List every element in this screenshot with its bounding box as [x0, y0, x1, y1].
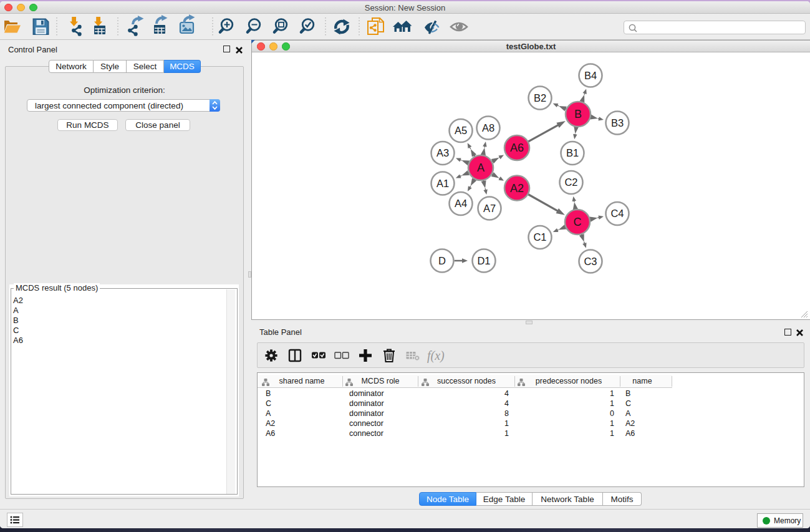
svg-text:connector: connector	[349, 419, 383, 428]
svg-text:predecessor nodes: predecessor nodes	[536, 377, 602, 385]
svg-text:1: 1	[610, 399, 614, 408]
svg-text:1: 1	[610, 429, 614, 438]
svg-text:successor nodes: successor nodes	[437, 377, 496, 385]
svg-text:B3: B3	[611, 117, 624, 128]
svg-text:B: B	[574, 108, 582, 120]
svg-text:0: 0	[610, 409, 614, 418]
svg-text:A5: A5	[455, 125, 467, 136]
svg-text:A8: A8	[482, 122, 494, 133]
svg-text:C3: C3	[584, 256, 597, 267]
svg-text:B: B	[625, 389, 630, 398]
svg-text:B4: B4	[584, 70, 597, 81]
svg-text:B: B	[266, 389, 271, 398]
svg-text:shared name: shared name	[279, 377, 325, 385]
svg-text:A1: A1	[436, 178, 449, 189]
svg-text:A2: A2	[510, 182, 524, 195]
svg-text:A3: A3	[436, 147, 449, 158]
svg-text:dominator: dominator	[349, 409, 384, 418]
svg-text:1: 1	[504, 429, 509, 438]
svg-text:connector: connector	[349, 429, 383, 438]
svg-text:1: 1	[610, 389, 614, 398]
svg-text:8: 8	[504, 409, 509, 418]
svg-text:A4: A4	[455, 198, 467, 209]
svg-text:C: C	[266, 399, 271, 408]
svg-text:C: C	[625, 399, 631, 408]
svg-text:A: A	[477, 162, 485, 174]
svg-text:MCDS role: MCDS role	[361, 377, 399, 385]
svg-text:A2: A2	[625, 419, 635, 428]
svg-text:1: 1	[610, 419, 614, 428]
svg-text:A6: A6	[625, 429, 635, 438]
svg-text:A: A	[625, 409, 631, 418]
svg-text:C2: C2	[564, 177, 577, 188]
svg-text:B1: B1	[566, 147, 579, 158]
svg-text:A2: A2	[266, 419, 275, 428]
svg-text:4: 4	[504, 389, 509, 398]
svg-text:dominator: dominator	[349, 399, 384, 408]
svg-text:4: 4	[504, 399, 509, 408]
svg-text:C: C	[574, 216, 582, 228]
svg-text:f(x): f(x)	[427, 349, 445, 363]
svg-text:D1: D1	[477, 255, 490, 266]
svg-text:A6: A6	[266, 429, 275, 438]
svg-text:A7: A7	[483, 203, 496, 214]
svg-text:A6: A6	[510, 142, 524, 154]
svg-text:1: 1	[504, 419, 509, 428]
svg-text:A: A	[266, 409, 271, 418]
svg-text:C4: C4	[610, 208, 624, 219]
svg-text:D: D	[438, 255, 446, 266]
svg-text:B2: B2	[534, 92, 546, 104]
svg-text:C1: C1	[533, 231, 546, 243]
svg-text:dominator: dominator	[349, 389, 384, 398]
svg-text:name: name	[632, 377, 652, 385]
